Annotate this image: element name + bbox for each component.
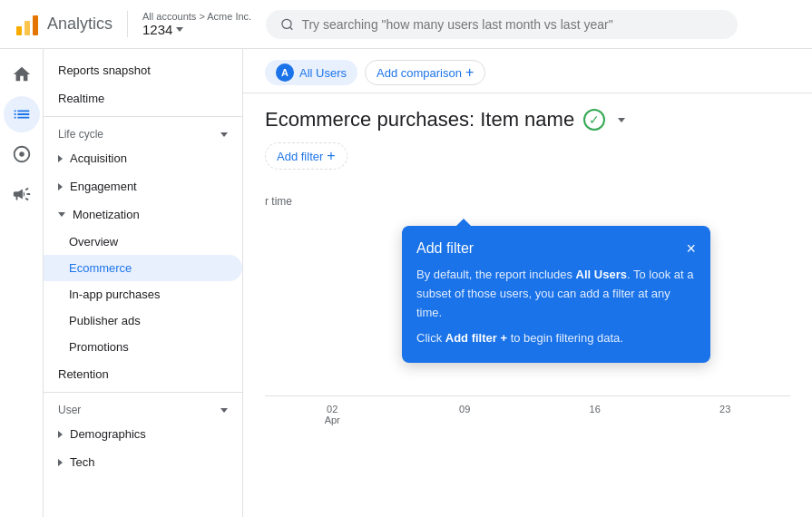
x-axis-item: 23 [719, 404, 730, 425]
section-collapse-icon [220, 408, 228, 413]
chevron-right-icon [58, 459, 63, 466]
account-dropdown-icon [176, 27, 183, 32]
svg-point-5 [19, 151, 24, 157]
sidebar-item-retention[interactable]: Retention [44, 360, 242, 388]
svg-rect-2 [33, 15, 38, 35]
nav-home[interactable] [4, 56, 40, 93]
page-title-row: Ecommerce purchases: Item name ✓ [243, 93, 812, 139]
add-filter-label: Add filter [277, 150, 323, 163]
account-breadcrumb: All accounts > Acme Inc. 1234 [127, 11, 251, 37]
sidebar-subitem-ecommerce[interactable]: Ecommerce [44, 255, 242, 281]
sidebar-item-label: Retention [58, 367, 109, 381]
sidebar-section-user[interactable]: User [44, 396, 242, 420]
tooltip-close-button[interactable]: × [686, 240, 696, 257]
add-comparison-button[interactable]: Add comparison + [365, 60, 485, 85]
x-axis-item: 16 [590, 404, 601, 425]
account-label: All accounts > Acme Inc. [142, 11, 251, 22]
logo-area: Analytics [15, 12, 113, 37]
tooltip-body: By default, the report includes All User… [416, 266, 696, 348]
x-date: 09 [459, 404, 470, 415]
segment-avatar: A [276, 63, 294, 82]
x-date: 23 [719, 404, 730, 415]
tooltip-title: Add filter [416, 240, 474, 257]
sidebar-subitem-publisher-ads[interactable]: Publisher ads [44, 307, 242, 334]
filter-row: Add filter + [243, 139, 812, 180]
divider-1 [44, 116, 242, 117]
x-axis-item: 09 [459, 404, 470, 425]
sidebar-item-monetization[interactable]: Monetization [44, 200, 242, 229]
search-icon [280, 17, 294, 32]
chevron-right-icon [58, 183, 63, 190]
sidebar-item-engagement[interactable]: Engagement [44, 172, 242, 200]
tooltip-header: Add filter × [416, 240, 696, 257]
sidebar-subitem-promotions[interactable]: Promotions [44, 334, 242, 360]
x-date: 16 [590, 404, 601, 415]
sidebar-item-label: Acquisition [70, 151, 127, 165]
search-bar[interactable] [266, 10, 738, 39]
section-collapse-icon [220, 132, 228, 137]
add-comparison-label: Add comparison [377, 66, 462, 80]
icon-nav [0, 49, 44, 517]
chevron-right-icon [58, 431, 63, 438]
tooltip-body-text3: Click [416, 331, 445, 345]
sidebar-item-label: Demographics [70, 427, 146, 441]
divider-2 [44, 392, 242, 393]
chart-label: r time [265, 195, 790, 208]
sidebar-section-lifecycle[interactable]: Life cycle [44, 121, 242, 144]
tooltip-arrow [456, 219, 471, 226]
account-id: 1234 [142, 22, 172, 37]
svg-rect-1 [24, 21, 30, 35]
analytics-logo-icon [15, 12, 40, 37]
segment-label: All Users [299, 66, 347, 80]
content-header: A All Users Add comparison + [243, 49, 812, 93]
nav-reports[interactable] [4, 96, 40, 132]
sidebar-item-label: Realtime [58, 92, 104, 105]
search-input[interactable] [301, 17, 723, 32]
sidebar-subitem-overview[interactable]: Overview [44, 229, 242, 255]
main-layout: Reports snapshot Realtime Life cycle Acq… [0, 49, 812, 517]
sidebar-item-demographics[interactable]: Demographics [44, 420, 242, 448]
top-bar: Analytics All accounts > Acme Inc. 1234 [0, 0, 812, 49]
sidebar-item-label: Tech [70, 455, 94, 469]
content-area: A All Users Add comparison + Ecommerce p… [243, 49, 812, 517]
sidebar-subitem-inapp[interactable]: In-app purchases [44, 281, 242, 307]
x-date: 02 [327, 404, 338, 415]
add-filter-tooltip: Add filter × By default, the report incl… [402, 226, 710, 363]
sidebar-item-label: Reports snapshot [58, 63, 151, 77]
add-filter-button[interactable]: Add filter + [265, 142, 347, 170]
section-title: User [58, 404, 81, 416]
section-title: Life cycle [58, 128, 103, 141]
tooltip-add-filter-bold: Add filter + [445, 331, 507, 345]
x-axis: 02 Apr 09 16 23 [265, 396, 790, 433]
title-dropdown-icon [618, 118, 625, 122]
svg-point-3 [282, 19, 291, 28]
sidebar: Reports snapshot Realtime Life cycle Acq… [44, 49, 243, 517]
tooltip-all-users-bold: All Users [576, 268, 627, 281]
title-check-icon: ✓ [583, 109, 605, 131]
filter-plus-icon: + [327, 148, 335, 164]
segment-pill[interactable]: A All Users [265, 60, 357, 85]
sidebar-item-tech[interactable]: Tech [44, 448, 242, 476]
chevron-down-icon [58, 212, 65, 217]
app-title: Analytics [47, 15, 113, 34]
x-axis-item: 02 Apr [325, 404, 340, 425]
tooltip-body-text1: By default, the report includes [416, 268, 576, 281]
chevron-right-icon [58, 155, 63, 162]
svg-rect-0 [16, 26, 22, 35]
page-title: Ecommerce purchases: Item name [265, 108, 574, 132]
svg-line-4 [290, 26, 293, 29]
nav-explore[interactable] [4, 136, 40, 172]
sidebar-item-reports-snapshot[interactable]: Reports snapshot [44, 56, 242, 84]
account-id-row[interactable]: 1234 [142, 22, 251, 37]
sidebar-item-label: Monetization [73, 208, 140, 221]
sidebar-item-label: Engagement [70, 180, 137, 193]
nav-advertising[interactable] [4, 176, 40, 212]
x-month: Apr [325, 415, 340, 425]
plus-icon: + [465, 64, 474, 81]
sidebar-item-acquisition[interactable]: Acquisition [44, 144, 242, 172]
tooltip-body-text4: to begin filtering data. [507, 331, 623, 345]
sidebar-item-realtime[interactable]: Realtime [44, 84, 242, 112]
